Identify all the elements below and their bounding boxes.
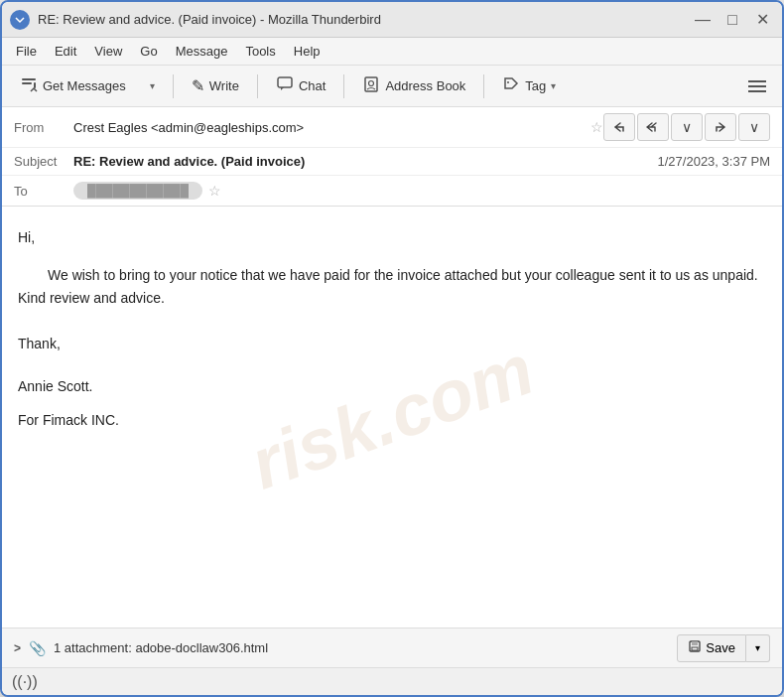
hamburger-line-2 xyxy=(748,85,766,87)
hamburger-line-3 xyxy=(748,90,766,92)
chat-icon xyxy=(276,75,294,97)
menu-message[interactable]: Message xyxy=(168,41,236,62)
status-icon: ((·)) xyxy=(12,673,38,691)
subject-value: RE: Review and advice. (Paid invoice) xyxy=(73,154,658,169)
address-book-label: Address Book xyxy=(385,78,465,93)
svg-rect-2 xyxy=(22,82,32,84)
reply-button[interactable] xyxy=(603,113,635,141)
body-paragraph: We wish to bring to your notice that we … xyxy=(18,264,766,309)
toolbar: Get Messages ▾ ✎ Write Chat xyxy=(2,66,782,107)
save-label: Save xyxy=(706,640,735,655)
get-messages-button[interactable]: Get Messages xyxy=(10,70,136,102)
dropdown-arrow-icon: ▾ xyxy=(150,80,155,91)
svg-rect-4 xyxy=(278,77,292,87)
menu-file[interactable]: File xyxy=(8,41,45,62)
menu-go[interactable]: Go xyxy=(132,41,165,62)
subject-row: Subject RE: Review and advice. (Paid inv… xyxy=(2,148,782,176)
reply-more-icon: ∨ xyxy=(682,119,692,135)
reply-all-button[interactable] xyxy=(637,113,669,141)
save-button[interactable]: Save xyxy=(677,634,746,662)
menubar: File Edit View Go Message Tools Help xyxy=(2,38,782,66)
chat-label: Chat xyxy=(299,78,326,93)
attachment-bar: > 📎 1 attachment: adobe-docllaw306.html … xyxy=(2,627,782,667)
body-signature-line2: For Fimack INC. xyxy=(18,409,766,431)
write-label: Write xyxy=(209,78,239,93)
svg-rect-3 xyxy=(34,82,36,88)
forward-more-button[interactable]: ∨ xyxy=(738,113,770,141)
tag-dropdown-icon: ▾ xyxy=(551,80,556,91)
email-body: risk.com Hi, We wish to bring to your no… xyxy=(2,207,782,627)
from-row: From Crest Eagles <admin@eagleships.com>… xyxy=(2,107,782,148)
separator-1 xyxy=(173,74,174,98)
separator-3 xyxy=(343,74,344,98)
menu-edit[interactable]: Edit xyxy=(47,41,84,62)
address-book-icon xyxy=(362,75,380,97)
svg-rect-9 xyxy=(692,641,698,645)
paperclip-icon: 📎 xyxy=(29,640,46,656)
to-row: To ████████████ ☆ xyxy=(2,176,782,206)
app-window: RE: Review and advice. (Paid invoice) - … xyxy=(0,0,784,697)
app-icon xyxy=(10,10,30,30)
attachment-expand-button[interactable]: > xyxy=(14,641,21,655)
get-messages-icon xyxy=(20,75,38,97)
action-buttons: ∨ ∨ xyxy=(603,113,770,141)
hamburger-menu-button[interactable] xyxy=(740,74,774,98)
chat-button[interactable]: Chat xyxy=(266,70,335,102)
subject-label: Subject xyxy=(14,154,73,169)
titlebar: RE: Review and advice. (Paid invoice) - … xyxy=(2,2,782,38)
window-controls: — □ ✕ xyxy=(691,8,774,32)
write-button[interactable]: ✎ Write xyxy=(182,71,249,100)
separator-4 xyxy=(483,74,484,98)
separator-2 xyxy=(257,74,258,98)
from-value: Crest Eagles <admin@eagleships.com> xyxy=(73,120,585,135)
to-star-icon[interactable]: ☆ xyxy=(208,183,221,199)
from-label: From xyxy=(14,120,73,135)
close-button[interactable]: ✕ xyxy=(750,8,774,32)
forward-button[interactable] xyxy=(705,113,736,141)
to-value: ████████████ xyxy=(73,182,202,200)
minimize-button[interactable]: — xyxy=(691,8,715,32)
menu-tools[interactable]: Tools xyxy=(237,41,283,62)
forward-more-icon: ∨ xyxy=(749,119,759,135)
from-star-icon[interactable]: ☆ xyxy=(590,119,603,135)
menu-help[interactable]: Help xyxy=(286,41,328,62)
body-closing: Thank, xyxy=(18,333,766,354)
body-signature-line1: Annie Scott. xyxy=(18,375,766,397)
window-title: RE: Review and advice. (Paid invoice) - … xyxy=(38,12,691,27)
date-value: 1/27/2023, 3:37 PM xyxy=(658,154,770,169)
svg-point-7 xyxy=(507,81,509,83)
get-messages-label: Get Messages xyxy=(43,78,126,93)
menu-view[interactable]: View xyxy=(86,41,130,62)
tag-label: Tag xyxy=(525,78,546,93)
email-header: From Crest Eagles <admin@eagleships.com>… xyxy=(2,107,782,207)
save-icon xyxy=(688,639,702,656)
save-dropdown-icon: ▾ xyxy=(755,642,760,653)
svg-point-6 xyxy=(369,80,374,85)
svg-rect-1 xyxy=(22,78,36,80)
hamburger-line-1 xyxy=(748,80,766,82)
attachment-text: 1 attachment: adobe-docllaw306.html xyxy=(54,640,669,655)
svg-point-0 xyxy=(14,14,26,26)
save-dropdown-button[interactable]: ▾ xyxy=(746,634,770,662)
reply-more-button[interactable]: ∨ xyxy=(671,113,703,141)
maximize-button[interactable]: □ xyxy=(720,8,744,32)
tag-icon xyxy=(502,75,520,97)
save-button-group: Save ▾ xyxy=(677,634,770,662)
svg-rect-10 xyxy=(692,647,698,650)
to-label: To xyxy=(14,184,73,199)
svg-rect-5 xyxy=(365,77,377,91)
address-book-button[interactable]: Address Book xyxy=(352,70,475,102)
email-body-content: Hi, We wish to bring to your notice that… xyxy=(18,226,766,431)
write-icon: ✎ xyxy=(192,76,204,95)
get-messages-dropdown[interactable]: ▾ xyxy=(140,75,165,96)
tag-button[interactable]: Tag ▾ xyxy=(492,70,566,102)
body-greeting: Hi, xyxy=(18,226,766,248)
statusbar: ((·)) xyxy=(2,667,782,695)
